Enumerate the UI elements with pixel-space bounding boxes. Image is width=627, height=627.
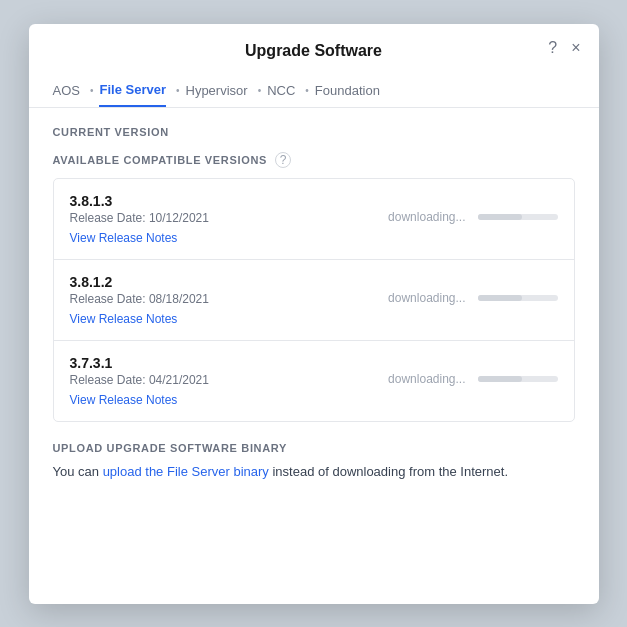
upload-file-server-link[interactable]: upload the File Server binary [103, 464, 269, 479]
modal-overlay: Upgrade Software ? × AOS • File Server •… [0, 0, 627, 627]
version-number-1: 3.8.1.3 [70, 193, 389, 209]
tab-dot-1: • [90, 85, 94, 96]
version-item-1: 3.8.1.3 downloading... Release Date: 10/… [54, 179, 574, 260]
modal-body: CURRENT VERSION AVAILABLE COMPATIBLE VER… [29, 108, 599, 604]
version-date-3: Release Date: 04/21/2021 [70, 373, 389, 387]
view-release-notes-1[interactable]: View Release Notes [70, 231, 389, 245]
current-version-section: CURRENT VERSION [53, 126, 575, 138]
tab-hypervisor[interactable]: Hypervisor [186, 75, 248, 106]
available-help-icon[interactable]: ? [275, 152, 291, 168]
progress-bar-bg-3 [478, 376, 558, 382]
progress-bar-fill-3 [478, 376, 522, 382]
view-release-notes-3[interactable]: View Release Notes [70, 393, 389, 407]
version-status-3: downloading... [388, 372, 465, 386]
upload-section: UPLOAD UPGRADE SOFTWARE BINARY You can u… [53, 442, 575, 482]
available-versions-header: AVAILABLE COMPATIBLE VERSIONS ? [53, 152, 575, 168]
progress-bar-2 [478, 295, 558, 301]
version-number-2: 3.8.1.2 [70, 274, 389, 290]
tab-file-server[interactable]: File Server [99, 74, 166, 107]
progress-bar-bg-1 [478, 214, 558, 220]
current-version-label: CURRENT VERSION [53, 126, 575, 138]
modal-header-icons: ? × [548, 40, 580, 56]
tabs-bar: AOS • File Server • Hypervisor • NCC • F… [29, 74, 599, 108]
version-date-2: Release Date: 08/18/2021 [70, 292, 389, 306]
help-icon[interactable]: ? [548, 40, 557, 56]
tab-dot-4: • [305, 85, 309, 96]
progress-bar-1 [478, 214, 558, 220]
close-icon[interactable]: × [571, 40, 580, 56]
versions-list: 3.8.1.3 downloading... Release Date: 10/… [53, 178, 575, 422]
tab-dot-3: • [258, 85, 262, 96]
upgrade-software-modal: Upgrade Software ? × AOS • File Server •… [29, 24, 599, 604]
version-date-1: Release Date: 10/12/2021 [70, 211, 389, 225]
progress-bar-bg-2 [478, 295, 558, 301]
upload-description: You can upload the File Server binary in… [53, 462, 575, 482]
upload-text-before: You can [53, 464, 103, 479]
upload-text-after: instead of downloading from the Internet… [269, 464, 508, 479]
tab-aos[interactable]: AOS [53, 75, 80, 106]
tab-dot-2: • [176, 85, 180, 96]
version-status-2: downloading... [388, 291, 465, 305]
version-item-3: 3.7.3.1 downloading... Release Date: 04/… [54, 341, 574, 421]
upload-label: UPLOAD UPGRADE SOFTWARE BINARY [53, 442, 575, 454]
available-versions-label: AVAILABLE COMPATIBLE VERSIONS [53, 154, 268, 166]
modal-header: Upgrade Software ? × [29, 24, 599, 60]
view-release-notes-2[interactable]: View Release Notes [70, 312, 389, 326]
version-status-1: downloading... [388, 210, 465, 224]
progress-bar-3 [478, 376, 558, 382]
tab-foundation[interactable]: Foundation [315, 75, 380, 106]
progress-bar-fill-1 [478, 214, 522, 220]
version-item-2: 3.8.1.2 downloading... Release Date: 08/… [54, 260, 574, 341]
progress-bar-fill-2 [478, 295, 522, 301]
version-number-3: 3.7.3.1 [70, 355, 389, 371]
tab-ncc[interactable]: NCC [267, 75, 295, 106]
modal-title: Upgrade Software [245, 42, 382, 60]
